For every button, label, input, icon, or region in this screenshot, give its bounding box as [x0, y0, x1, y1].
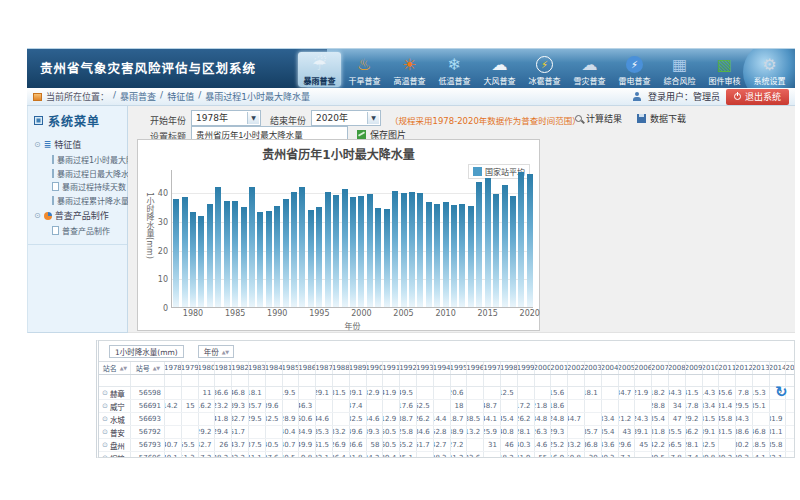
bar-2016[interactable]: [493, 194, 499, 307]
col-header-station-id[interactable]: 站号▲ ▼: [131, 362, 165, 374]
filter-cell[interactable]: [686, 375, 703, 386]
filter-cell[interactable]: [719, 375, 736, 386]
col-header-year-1995[interactable]: 1995: [451, 362, 468, 374]
nav-item-雪灾普查[interactable]: ☁雪灾普查: [568, 52, 611, 87]
filter-cell[interactable]: [535, 375, 552, 386]
filter-cell[interactable]: [585, 375, 602, 386]
filter-cell[interactable]: [182, 375, 199, 386]
bar-2008[interactable]: [426, 202, 432, 307]
filter-cell[interactable]: [131, 375, 165, 386]
col-header-year-1982[interactable]: 1982: [232, 362, 249, 374]
bar-1987[interactable]: [249, 187, 255, 307]
filter-cell[interactable]: [99, 375, 131, 386]
bar-1983[interactable]: [215, 187, 221, 307]
bar-2001[interactable]: [367, 194, 373, 307]
bar-1999[interactable]: [350, 197, 356, 307]
col-header-year-1996[interactable]: 1996: [467, 362, 484, 374]
bar-1980[interactable]: [190, 212, 196, 307]
nav-item-图件审核[interactable]: ▧图件审核: [703, 52, 746, 87]
bar-2012[interactable]: [459, 204, 465, 307]
station-name-cell[interactable]: ⊙盘州: [99, 439, 131, 451]
tree-item-普查产品制作[interactable]: 普查产品制作: [32, 224, 127, 238]
filter-cell[interactable]: [350, 375, 367, 386]
bar-1982[interactable]: [207, 204, 213, 308]
bar-1984[interactable]: [224, 201, 230, 307]
filter-cell[interactable]: [249, 375, 266, 386]
filter-cell[interactable]: [602, 375, 619, 386]
col-header-year-2007[interactable]: 2007: [652, 362, 669, 374]
bar-1979[interactable]: [182, 197, 188, 307]
bar-1995[interactable]: [316, 207, 322, 307]
tree-item-暴雨过程1小时最大降水量[interactable]: 暴雨过程1小时最大降水量: [32, 153, 127, 167]
tree-toggle-icon[interactable]: ⊙: [34, 212, 41, 220]
filter-cell[interactable]: [333, 375, 350, 386]
sort-icons[interactable]: ▲ ▼: [153, 365, 159, 371]
sort-icons[interactable]: ▲ ▼: [120, 365, 126, 371]
bar-2009[interactable]: [434, 204, 440, 307]
data-download-button[interactable]: 数据下载: [637, 112, 686, 125]
filter-cell[interactable]: [367, 375, 384, 386]
bar-2005[interactable]: [401, 193, 407, 307]
col-header-year-1997[interactable]: 1997: [484, 362, 501, 374]
col-header-year-1980[interactable]: 1980: [199, 362, 216, 374]
bar-1996[interactable]: [325, 192, 331, 307]
col-header-year-1989[interactable]: 1989: [350, 362, 367, 374]
nav-item-干旱普查[interactable]: ♨干旱普查: [343, 52, 386, 87]
col-header-year-1993[interactable]: 1993: [417, 362, 434, 374]
filter-cell[interactable]: [669, 375, 686, 386]
breadcrumb-item-特征值[interactable]: 特征值: [167, 90, 194, 103]
col-header-year-2013[interactable]: 2013: [753, 362, 770, 374]
col-header-year-2009[interactable]: 2009: [686, 362, 703, 374]
bar-2018[interactable]: [510, 196, 516, 307]
bar-2014[interactable]: [476, 182, 482, 307]
tree-group-普查产品制作[interactable]: ⊙普查产品制作: [32, 207, 127, 224]
col-header-year-1990[interactable]: 1990: [367, 362, 384, 374]
filter-cell[interactable]: [786, 375, 795, 386]
bar-2006[interactable]: [409, 192, 415, 307]
col-header-year-2011[interactable]: 2011: [719, 362, 736, 374]
filter-cell[interactable]: [736, 375, 753, 386]
col-header-year-1979[interactable]: 1979: [182, 362, 199, 374]
pivot-measure-box[interactable]: 1小时降水量(mm): [109, 345, 184, 358]
col-header-year-1978[interactable]: 1978: [165, 362, 182, 374]
nav-item-低温普查[interactable]: ❄低温普查: [433, 52, 476, 87]
nav-item-高温普查[interactable]: ☀高温普查: [388, 52, 431, 87]
bar-2004[interactable]: [392, 191, 398, 307]
bar-1986[interactable]: [241, 207, 247, 307]
bar-1992[interactable]: [291, 192, 297, 307]
filter-cell[interactable]: [518, 375, 535, 386]
tree-item-暴雨过程日最大降水量[interactable]: 暴雨过程日最大降水量: [32, 167, 127, 181]
col-header-year-2012[interactable]: 2012: [736, 362, 753, 374]
bar-1998[interactable]: [342, 189, 348, 307]
bar-2019[interactable]: [518, 172, 524, 307]
col-header-year-1994[interactable]: 1994: [434, 362, 451, 374]
nav-item-综合风险[interactable]: ▦综合风险: [658, 52, 701, 87]
col-header-year-1988[interactable]: 1988: [333, 362, 350, 374]
filter-cell[interactable]: [383, 375, 400, 386]
bar-1978[interactable]: [173, 199, 179, 307]
filter-cell[interactable]: [551, 375, 568, 386]
filter-cell[interactable]: [299, 375, 316, 386]
bar-1985[interactable]: [232, 201, 238, 307]
breadcrumb-item-暴雨过程1小时最大降水量[interactable]: 暴雨过程1小时最大降水量: [205, 90, 310, 103]
filter-cell[interactable]: [266, 375, 283, 386]
station-name-cell[interactable]: ⊙普安: [99, 426, 131, 438]
col-header-year-2006[interactable]: 2006: [635, 362, 652, 374]
col-header-year-2015[interactable]: 2015: [786, 362, 795, 374]
station-name-cell[interactable]: ⊙赫章: [99, 387, 131, 399]
filter-cell[interactable]: [501, 375, 518, 386]
expand-row-icon[interactable]: ⊙: [102, 454, 108, 458]
col-header-year-1986[interactable]: 1986: [299, 362, 316, 374]
bar-2017[interactable]: [502, 185, 508, 307]
calc-result-button[interactable]: 计算结果: [575, 112, 622, 125]
col-header-year-1985[interactable]: 1985: [283, 362, 300, 374]
nav-item-冰雹普查[interactable]: ⚡冰雹普查: [523, 52, 566, 87]
filter-cell[interactable]: [703, 375, 720, 386]
filter-cell[interactable]: [215, 375, 232, 386]
col-header-year-2002[interactable]: 2002: [568, 362, 585, 374]
filter-cell[interactable]: [232, 375, 249, 386]
col-header-year-1987[interactable]: 1987: [316, 362, 333, 374]
col-header-year-2010[interactable]: 2010: [703, 362, 720, 374]
station-name-cell[interactable]: ⊙桐梓: [99, 452, 131, 458]
nav-item-雷电普查[interactable]: ⚡雷电普查: [613, 52, 656, 87]
